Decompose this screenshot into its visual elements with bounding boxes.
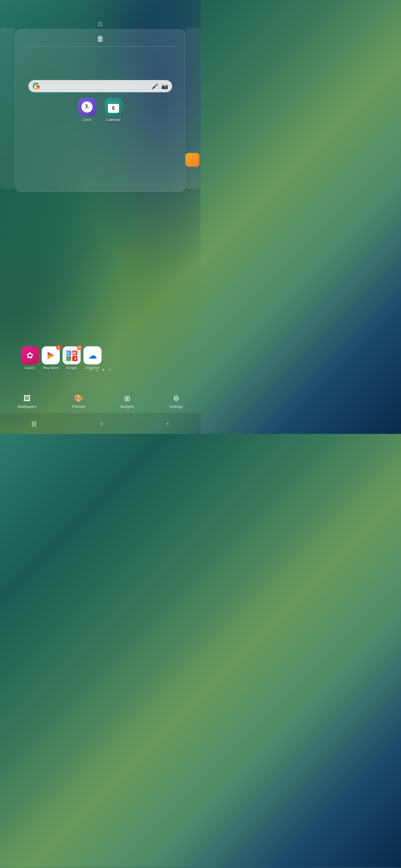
app-row: Clock 6 Calendar (78, 98, 123, 122)
partial-app-icon-right (185, 153, 199, 167)
widgets-button[interactable]: ⊞ Widgets (120, 394, 134, 409)
svg-point-3 (87, 106, 88, 107)
search-right-icons: 🎤 📷 (151, 83, 168, 90)
gallery-flower-icon: ✿ (26, 350, 33, 360)
playstore-svg (46, 350, 56, 361)
trash-icon[interactable]: 🗑 (97, 34, 104, 43)
wallpapers-label: Wallpapers (17, 404, 37, 409)
wallpapers-button[interactable]: 🖼 Wallpapers (17, 394, 37, 409)
google-logo (32, 82, 40, 90)
svg-text:G: G (66, 351, 69, 355)
wallpapers-icon: 🖼 (23, 394, 31, 403)
themes-icon: 🎨 (74, 394, 83, 403)
ghost-panel-left (0, 28, 15, 189)
onedrive-cloud-icon: ☁ (88, 350, 97, 361)
clock-app[interactable]: Clock (78, 98, 96, 122)
search-bar[interactable]: 🎤 📷 (28, 80, 172, 92)
calendar-icon-wrapper: 6 (105, 98, 123, 116)
clock-icon-wrapper (78, 98, 96, 116)
calendar-face: 6 (108, 101, 119, 113)
home-icon-top: ⌂ (98, 19, 103, 28)
calendar-number: 6 (108, 104, 119, 113)
pages-icon: ≡ (90, 367, 92, 372)
back-button[interactable]: ‹ (167, 420, 169, 427)
playstore-icon: 1 (42, 346, 60, 364)
themes-label: Themes (71, 404, 86, 409)
card-divider (24, 46, 176, 47)
navigation-bar: ||| ○ ‹ (0, 413, 200, 434)
playstore-badge: 1 (56, 345, 61, 350)
ghost-panel-right (185, 28, 200, 189)
svg-text:📍: 📍 (67, 356, 72, 361)
google-label: Google (66, 366, 77, 370)
lens-icon[interactable]: 📷 (161, 83, 168, 90)
page-dot (102, 369, 104, 371)
gallery-app[interactable]: ✿ Gallery (21, 346, 39, 370)
svg-text:M: M (73, 351, 76, 355)
settings-button[interactable]: ⚙ Settings (169, 394, 183, 409)
settings-icon: ⚙ (173, 394, 179, 403)
recent-apps-button[interactable]: ||| (32, 420, 36, 427)
google-folder-icon: G M 📍 62 (63, 346, 81, 364)
playstore-label: Play Store (43, 366, 58, 370)
settings-label: Settings (169, 404, 183, 409)
widgets-label: Widgets (120, 404, 134, 409)
calendar-header (108, 101, 119, 104)
clock-face (82, 101, 93, 113)
dock-row: ✿ Gallery 1 Play Store (15, 346, 185, 370)
gallery-label: Gallery (25, 366, 35, 370)
google-folder-svg: G M 📍 (65, 349, 79, 362)
home-indicator: ⌂ (96, 368, 98, 372)
add-page-icon[interactable]: + (108, 367, 111, 373)
themes-button[interactable]: 🎨 Themes (71, 394, 86, 409)
trash-icon-area[interactable]: 🗑 (16, 29, 185, 46)
calendar-app[interactable]: 6 Calendar (105, 98, 123, 122)
google-badge: 62 (77, 345, 82, 350)
clock-svg (82, 102, 92, 112)
calendar-label: Calendar (106, 118, 121, 122)
bottom-toolbar: 🖼 Wallpapers 🎨 Themes ⊞ Widgets ⚙ Settin… (0, 391, 200, 412)
clock-label: Clock (83, 118, 92, 122)
svg-marker-4 (48, 351, 54, 360)
google-folder-app[interactable]: G M 📍 62 Google (63, 346, 81, 370)
home-button[interactable]: ○ (100, 420, 104, 427)
onedrive-app[interactable]: ☁ OneDrive (83, 346, 102, 370)
page-indicators: ≡ ⌂ + (90, 367, 111, 373)
playstore-app[interactable]: 1 Play Store (42, 346, 60, 370)
main-card: 🗑 🎤 📷 (15, 29, 185, 192)
widgets-icon: ⊞ (124, 394, 131, 403)
gallery-icon: ✿ (21, 346, 39, 364)
onedrive-icon: ☁ (83, 346, 102, 364)
microphone-icon[interactable]: 🎤 (151, 83, 159, 90)
